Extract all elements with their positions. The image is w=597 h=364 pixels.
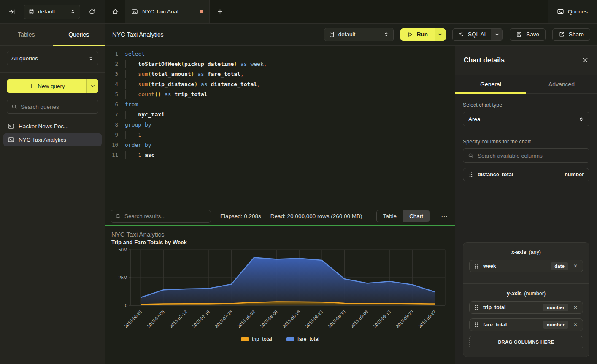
svg-text:2015-07-26: 2015-07-26 xyxy=(213,309,233,329)
run-button-main[interactable]: Run xyxy=(400,28,435,41)
column-type-badge: number xyxy=(543,304,568,311)
x-axis-title: x-axis xyxy=(511,249,526,255)
sql-editor-lines: 1select2 toStartOfWeek(pickup_datetime) … xyxy=(105,49,455,160)
search-icon xyxy=(468,153,474,159)
drag-grip-icon xyxy=(474,263,479,269)
run-button[interactable]: Run xyxy=(400,28,446,41)
code-line: 10order by xyxy=(105,140,455,150)
sql-editor[interactable]: 1select2 toStartOfWeek(pickup_datetime) … xyxy=(105,46,455,207)
run-database-value: default xyxy=(338,31,380,38)
column-type: number xyxy=(565,172,584,178)
query-list-item[interactable]: Hacker News Pos... xyxy=(3,120,102,132)
query-filter-select[interactable]: All queries xyxy=(7,51,98,65)
chart-details-content: Select chart type Area Specify columns f… xyxy=(455,94,597,364)
results-search-input[interactable] xyxy=(124,213,206,219)
home-tab[interactable] xyxy=(105,0,125,23)
share-button[interactable]: Share xyxy=(552,28,590,41)
drag-grip-icon xyxy=(468,172,473,178)
topbar: default NYC Taxi Anal... Queries xyxy=(0,0,597,24)
query-terminal-icon xyxy=(8,123,14,129)
legend-item-fare_total[interactable]: fare_total xyxy=(286,336,319,342)
new-query-button[interactable]: New query xyxy=(7,79,98,93)
tab-advanced[interactable]: Advanced xyxy=(526,75,597,93)
query-search xyxy=(7,100,98,114)
sql-ai-main[interactable]: SQL AI xyxy=(453,29,491,40)
database-selector-value: default xyxy=(38,8,67,15)
new-query-label: New query xyxy=(38,83,65,89)
sql-ai-caret[interactable] xyxy=(491,29,502,40)
refresh-button[interactable] xyxy=(86,6,98,18)
new-tab-button[interactable] xyxy=(210,0,230,23)
drag-columns-dropzone[interactable]: DRAG COLUMNS HERE xyxy=(469,336,583,348)
y-axis-section: y-axis (number) trip_total number ✕ xyxy=(463,284,589,357)
save-icon xyxy=(516,31,522,38)
query-list-item[interactable]: NYC Taxi Analytics xyxy=(3,133,102,146)
right-column: NYC Taxi Analytics default Run xyxy=(105,24,597,364)
tab-general[interactable]: General xyxy=(455,75,526,93)
column-type-badge: date xyxy=(551,262,568,270)
query-item-label: Hacker News Pos... xyxy=(19,123,69,129)
sidebar-tab-queries[interactable]: Queries xyxy=(53,24,105,45)
remove-column-button[interactable]: ✕ xyxy=(573,305,578,310)
remove-column-button[interactable]: ✕ xyxy=(573,263,578,269)
database-selector[interactable]: default xyxy=(24,5,80,19)
remove-column-button[interactable]: ✕ xyxy=(573,322,578,328)
share-button-label: Share xyxy=(569,31,584,38)
chevron-down-icon xyxy=(438,32,443,37)
chart-panel: NYC Taxi Analytics Trip and Fare Totals … xyxy=(105,226,455,364)
collapse-sidebar-button[interactable] xyxy=(6,6,18,18)
updown-chevrons-icon xyxy=(384,32,389,37)
view-tab-chart[interactable]: Chart xyxy=(403,210,430,222)
legend-item-trip_total[interactable]: trip_total xyxy=(241,336,272,342)
results-toolbar: Elapsed: 0.208s Read: 20,000,000 rows (2… xyxy=(105,207,455,225)
y-axis-header: y-axis (number) xyxy=(469,290,583,297)
drag-grip-icon xyxy=(474,305,479,310)
code-line: 3 sum(total_amount) as fare_total, xyxy=(105,69,455,79)
collapse-right-icon xyxy=(8,8,15,15)
svg-text:50M: 50M xyxy=(119,247,127,252)
tab-nyc-taxi-analytics[interactable]: NYC Taxi Anal... xyxy=(125,0,210,23)
save-button-label: Save xyxy=(526,31,539,38)
y-axis-column-trip-total[interactable]: trip_total number ✕ xyxy=(469,301,583,314)
home-icon xyxy=(112,8,119,15)
sidebar-actions: New query xyxy=(0,73,105,93)
svg-text:25M: 25M xyxy=(119,275,127,280)
query-terminal-icon xyxy=(131,8,138,15)
columns-label: Specify columns for the chart xyxy=(463,139,589,145)
elapsed-stat: Elapsed: 0.208s xyxy=(220,213,261,219)
run-options-caret[interactable] xyxy=(435,28,446,41)
chart-details-title: Chart details xyxy=(464,57,505,64)
svg-text:2015-07-05: 2015-07-05 xyxy=(146,309,166,329)
legend-swatch xyxy=(241,337,249,341)
save-button[interactable]: Save xyxy=(510,28,546,41)
chart-details-header: Chart details xyxy=(455,46,597,75)
plus-icon xyxy=(217,8,223,15)
run-database-selector[interactable]: default xyxy=(324,28,394,41)
close-panel-button[interactable] xyxy=(582,57,589,63)
new-query-caret-button[interactable] xyxy=(86,79,98,93)
query-search-input[interactable] xyxy=(21,104,95,110)
svg-text:2015-08-09: 2015-08-09 xyxy=(259,309,279,329)
svg-text:0: 0 xyxy=(125,303,127,308)
more-options-button[interactable]: ⋯ xyxy=(439,212,450,220)
query-terminal-icon xyxy=(557,8,564,15)
sidebar-tab-tables[interactable]: Tables xyxy=(0,24,53,45)
topbar-queries-label: Queries xyxy=(568,8,588,15)
svg-text:2015-08-30: 2015-08-30 xyxy=(327,309,346,329)
view-tab-table[interactable]: Table xyxy=(377,210,403,222)
new-query-main[interactable]: New query xyxy=(7,79,86,93)
unsaved-changes-dot xyxy=(200,10,203,13)
columns-search-input[interactable] xyxy=(478,153,584,159)
view-toggle: Table Chart xyxy=(376,210,430,222)
updown-chevrons-icon xyxy=(578,116,584,122)
chart-type-select[interactable]: Area xyxy=(463,112,589,126)
column-name: trip_total xyxy=(483,305,505,310)
sql-ai-button[interactable]: SQL AI xyxy=(452,28,503,41)
svg-text:2015-08-02: 2015-08-02 xyxy=(236,309,256,329)
x-axis-column-week[interactable]: week date ✕ xyxy=(469,260,583,272)
share-icon xyxy=(559,31,565,38)
available-column-distance-total[interactable]: distance_total number xyxy=(463,168,589,181)
refresh-icon xyxy=(89,8,95,15)
topbar-queries-button[interactable]: Queries xyxy=(548,0,597,23)
y-axis-column-fare-total[interactable]: fare_total number ✕ xyxy=(469,318,583,331)
